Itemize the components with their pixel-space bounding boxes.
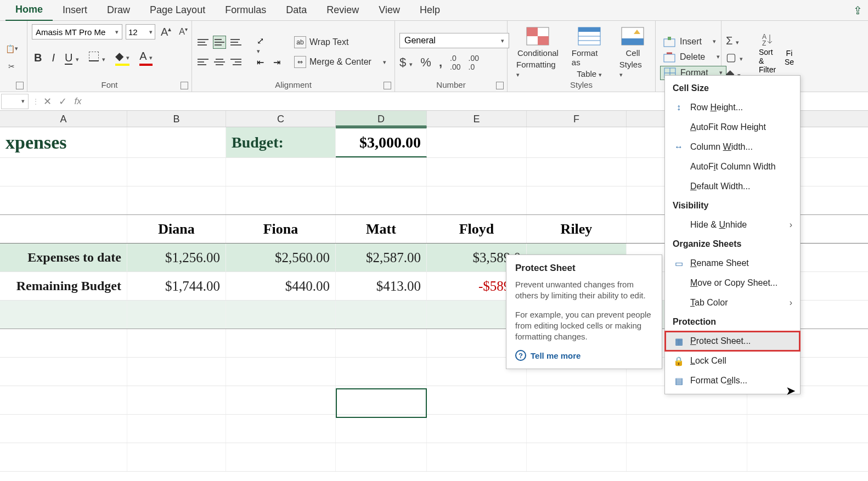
cell-B1[interactable] — [127, 127, 226, 157]
menu-column-width[interactable]: ↔Column Width... — [665, 137, 800, 157]
cut-button[interactable]: ✂ — [4, 59, 19, 73]
row-height-icon: ↕ — [673, 102, 685, 113]
menu-autofit-row-height[interactable]: AutoFit Row Height — [665, 117, 800, 137]
increase-decimal[interactable]: .0.00 — [450, 54, 460, 71]
cell-C1[interactable]: Budget: — [226, 127, 336, 157]
font-size-select[interactable]: 12▾ — [126, 24, 155, 39]
comma-format[interactable]: , — [439, 55, 442, 70]
insert-function[interactable]: fx — [70, 94, 86, 109]
format-as-table-button[interactable]: Format asTable ▾ — [567, 26, 612, 78]
font-name-select[interactable]: Amasis MT Pro Me▾ — [32, 24, 122, 39]
align-right[interactable] — [229, 55, 243, 69]
col-header-C[interactable]: C — [226, 111, 336, 127]
menu-default-width[interactable]: Default Width... — [665, 177, 800, 196]
cancel-formula[interactable]: ✕ — [40, 94, 55, 109]
cell-E4[interactable]: Floyd — [427, 215, 527, 243]
cell-F4[interactable]: Riley — [527, 215, 627, 243]
enter-formula[interactable]: ✓ — [55, 94, 70, 109]
cell-A1[interactable]: xpenses — [0, 127, 127, 157]
tab-home[interactable]: Home — [5, 0, 53, 21]
cell-C4[interactable]: Fiona — [226, 215, 336, 243]
cell-C5[interactable]: $2,560.00 — [226, 244, 336, 271]
italic-button[interactable]: I — [49, 52, 57, 64]
fill-button[interactable]: ▢ ▾ — [726, 50, 743, 64]
menu-rename-sheet[interactable]: ▭Rename Sheet — [665, 253, 800, 273]
tab-page-layout[interactable]: Page Layout — [140, 0, 215, 20]
merge-center-button[interactable]: ⇔Merge & Center ▾ — [294, 56, 386, 68]
cell-A6[interactable]: Remaining Budget — [0, 272, 127, 300]
col-header-D[interactable]: D — [336, 111, 427, 127]
underline-button[interactable]: U ▾ — [63, 52, 81, 64]
menu-lock-cell[interactable]: 🔒Lock Cell — [665, 351, 800, 371]
menu-move-copy-sheet[interactable]: Move or Copy Sheet... — [665, 273, 800, 293]
cell-D5[interactable]: $2,587.00 — [336, 244, 427, 271]
conditional-formatting-button[interactable]: ConditionalFormatting ▾ — [512, 26, 564, 78]
col-header-A[interactable]: A — [0, 111, 127, 127]
tab-draw[interactable]: Draw — [97, 0, 140, 20]
align-bottom[interactable] — [229, 36, 243, 49]
tab-data[interactable]: Data — [276, 0, 317, 20]
cell-styles-icon — [621, 26, 645, 46]
cell-D4[interactable]: Matt — [336, 215, 427, 243]
alignment-dialog-launcher[interactable] — [384, 82, 391, 89]
font-color-button[interactable]: A ▾ — [137, 50, 155, 66]
delete-cells-button[interactable]: Delete ▾ — [660, 50, 726, 64]
menu-hide-unhide[interactable]: Hide & Unhide› — [665, 215, 800, 235]
align-center[interactable] — [213, 55, 226, 69]
border-button[interactable]: ▾ — [87, 52, 108, 64]
fill-color-button[interactable]: ◆ ▾ — [113, 49, 132, 66]
delete-icon — [663, 52, 675, 63]
tab-insert[interactable]: Insert — [53, 0, 97, 20]
name-box[interactable]: ▾ — [1, 94, 29, 109]
svg-text:Z: Z — [762, 39, 766, 47]
clipboard-dialog-launcher[interactable] — [16, 82, 24, 89]
decrease-font-size[interactable]: A▾ — [177, 26, 190, 37]
cell-D6[interactable]: $413.00 — [336, 272, 427, 300]
align-top[interactable] — [196, 36, 210, 49]
tell-me-more-link[interactable]: ?Tell me more — [515, 350, 653, 361]
cell-F1[interactable] — [527, 127, 627, 157]
share-icon[interactable]: ⇪ — [853, 4, 863, 17]
number-format-select[interactable]: General▾ — [399, 33, 509, 48]
tab-review[interactable]: Review — [317, 0, 369, 20]
col-header-E[interactable]: E — [427, 111, 527, 127]
tab-formulas[interactable]: Formulas — [215, 0, 276, 20]
col-header-F[interactable]: F — [527, 111, 627, 127]
bold-button[interactable]: B — [32, 52, 44, 64]
autosum-button[interactable]: Σ ▾ — [726, 35, 743, 47]
styles-group-label: Styles — [512, 80, 651, 90]
menu-autofit-column-width[interactable]: AutoFit Column Width — [665, 157, 800, 177]
cell-E1[interactable] — [427, 127, 527, 157]
col-header-B[interactable]: B — [127, 111, 226, 127]
wrap-text-button[interactable]: abWrap Text — [294, 36, 386, 48]
cell-D1[interactable]: $3,000.00 — [336, 127, 427, 157]
cell-B6[interactable]: $1,744.00 — [127, 272, 226, 300]
decrease-indent[interactable]: ⇤ — [256, 55, 269, 69]
menu-protect-sheet[interactable]: ▦Protect Sheet... — [665, 331, 800, 351]
tab-view[interactable]: View — [369, 0, 410, 20]
svg-rect-10 — [668, 37, 671, 40]
paste-button[interactable]: 📋▾ — [4, 42, 19, 56]
font-dialog-launcher[interactable] — [181, 82, 188, 89]
column-width-icon: ↔ — [673, 142, 685, 152]
accounting-format[interactable]: $ ▾ — [399, 55, 413, 70]
menu-format-cells[interactable]: ▤Format Cells... — [665, 371, 800, 391]
tab-help[interactable]: Help — [410, 0, 450, 20]
cell-A5[interactable]: Expenses to date — [0, 244, 127, 271]
cell-B4[interactable]: Diana — [127, 215, 226, 243]
number-dialog-launcher[interactable] — [496, 82, 504, 89]
menu-row-height[interactable]: ↕Row Height... — [665, 98, 800, 117]
cell-B5[interactable]: $1,256.00 — [127, 244, 226, 271]
insert-cells-button[interactable]: Insert ▾ — [660, 35, 726, 48]
align-left[interactable] — [196, 55, 210, 69]
orientation-button[interactable]: ⤢▾ — [256, 36, 269, 49]
percent-format[interactable]: % — [420, 55, 431, 70]
decrease-decimal[interactable]: .00.0 — [469, 54, 479, 71]
cell-C6[interactable]: $440.00 — [226, 272, 336, 300]
find-select-button[interactable]: FiSe — [785, 49, 794, 66]
menu-tab-color[interactable]: Tab Color› — [665, 293, 800, 313]
cell-styles-button[interactable]: CellStyles ▾ — [615, 26, 651, 78]
increase-indent[interactable]: ⇥ — [272, 55, 285, 69]
align-middle[interactable] — [213, 36, 226, 49]
increase-font-size[interactable]: A▴ — [159, 25, 173, 38]
